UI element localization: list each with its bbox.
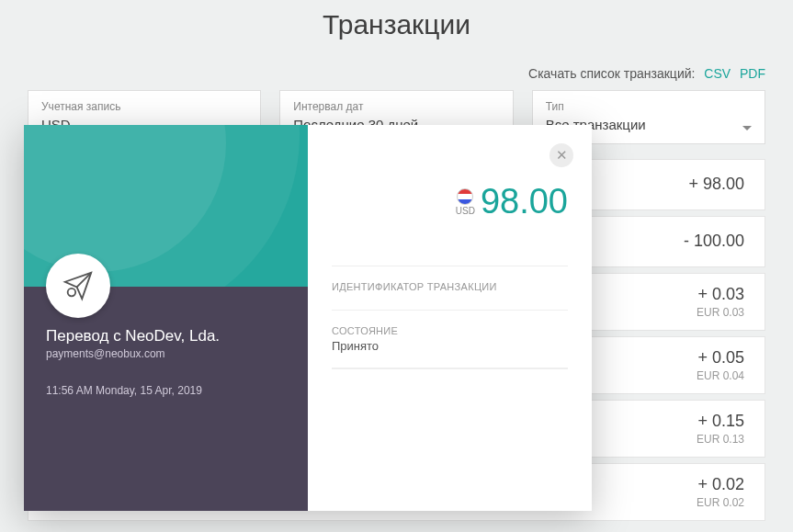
export-label: Скачать список транзакций: [528, 66, 695, 81]
close-button[interactable]: ✕ [549, 143, 573, 167]
modal-amount-block: USD 98.00 [332, 182, 568, 221]
daterange-filter-label: Интервал дат [293, 100, 499, 113]
tx-amount: + 0.15 [697, 412, 744, 431]
tx-amount: - 100.00 [684, 232, 744, 251]
detail-status: СОСТОЯНИЕ Принято [332, 310, 568, 368]
tx-amount: + 0.03 [697, 285, 744, 304]
chevron-down-icon [742, 126, 752, 130]
us-flag-icon [457, 188, 473, 205]
currency-code: USD [456, 206, 475, 216]
modal-timestamp: 11:56 AM Monday, 15 Apr, 2019 [46, 384, 220, 397]
divider [332, 368, 568, 369]
detail-transaction-id: ИДЕНТИФИКАТОР ТРАНЗАКЦИИ [332, 266, 568, 310]
modal-body: ✕ USD 98.00 ИДЕНТИФИКАТОР ТРАНЗАКЦИИ СОС… [308, 125, 592, 511]
tx-amount-secondary: EUR 0.04 [697, 369, 744, 382]
detail-status-value: Принято [332, 339, 568, 353]
account-filter-label: Учетная запись [41, 100, 247, 113]
modal-sender-block: Перевод с NeoDev, Lda. payments@neobux.c… [46, 327, 220, 397]
page-title: Транзакции [0, 0, 793, 66]
tx-amount-secondary: EUR 0.13 [697, 433, 744, 446]
modal-header-panel: Перевод с NeoDev, Lda. payments@neobux.c… [24, 125, 308, 511]
modal-purple-bg [24, 287, 308, 511]
svg-point-0 [68, 289, 76, 297]
export-pdf-link[interactable]: PDF [740, 66, 765, 81]
detail-status-label: СОСТОЯНИЕ [332, 325, 568, 336]
modal-sender-email: payments@neobux.com [46, 347, 220, 360]
detail-id-label: ИДЕНТИФИКАТОР ТРАНЗАКЦИИ [332, 281, 568, 292]
sender-avatar [46, 254, 110, 318]
close-icon: ✕ [556, 147, 568, 164]
modal-sender-name: Перевод с NeoDev, Lda. [46, 327, 220, 345]
modal-amount: 98.00 [481, 182, 568, 221]
tx-amount: + 0.02 [697, 475, 744, 494]
tx-amount: + 98.00 [688, 175, 744, 194]
currency-badge: USD [456, 188, 475, 216]
paper-plane-icon [62, 270, 94, 301]
tx-amount: + 0.05 [697, 348, 744, 368]
export-csv-link[interactable]: CSV [704, 66, 731, 81]
tx-amount-secondary: EUR 0.02 [697, 496, 744, 509]
type-filter-label: Тип [546, 100, 752, 113]
transaction-detail-modal: Перевод с NeoDev, Lda. payments@neobux.c… [24, 125, 592, 511]
export-bar: Скачать список транзакций: CSV PDF [0, 66, 793, 90]
tx-amount-secondary: EUR 0.03 [697, 306, 744, 319]
